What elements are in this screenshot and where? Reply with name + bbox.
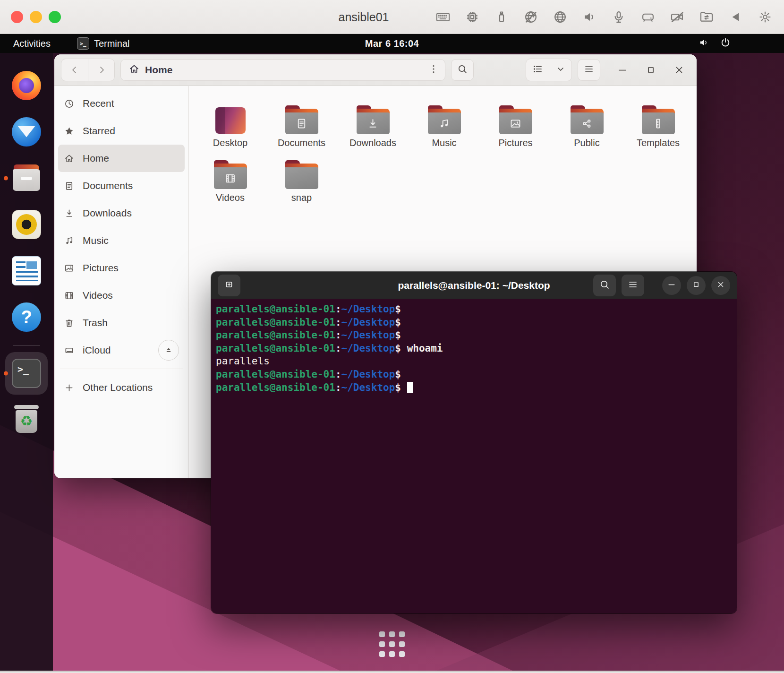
dock-item-rhythmbox[interactable] — [0, 210, 53, 239]
share-icon — [580, 117, 593, 130]
folder-music[interactable]: Music — [409, 95, 480, 150]
topbar-power-icon[interactable] — [720, 37, 731, 50]
folder-videos[interactable]: Videos — [195, 150, 266, 205]
folder-documents[interactable]: Documents — [266, 95, 337, 150]
network-off-icon — [523, 9, 538, 25]
folder-label: snap — [291, 192, 312, 203]
sidebar-item-label: Starred — [83, 125, 115, 137]
vm-network-off-button[interactable] — [523, 9, 538, 25]
running-indicator — [4, 176, 8, 181]
terminal-search-button[interactable] — [593, 275, 616, 296]
sidebar-item-home[interactable]: Home — [58, 145, 185, 172]
screen: ansible01 Activities >_ Terminal Mar 6 1… — [0, 0, 784, 673]
back-button[interactable] — [61, 59, 88, 81]
maximize-icon — [691, 280, 701, 289]
sidebar-item-trash[interactable]: Trash — [58, 309, 185, 336]
vm-globe-button[interactable] — [553, 9, 568, 25]
new-tab-button[interactable] — [218, 275, 240, 296]
dock-item-writer[interactable] — [0, 256, 53, 285]
main-menu-button[interactable] — [578, 59, 600, 81]
download-icon — [366, 117, 379, 130]
forward-button[interactable] — [88, 59, 114, 81]
dock-item-files[interactable] — [0, 164, 53, 193]
dock-item-show-applications[interactable] — [0, 631, 784, 657]
folder-label: Public — [574, 138, 599, 148]
eject-button[interactable] — [158, 340, 179, 361]
files-sidebar: Recent Starred Home Documents Downloads … — [54, 86, 189, 478]
dock-item-terminal[interactable]: >_ — [0, 359, 53, 388]
vm-microphone-button[interactable] — [611, 9, 626, 25]
topbar-volume-icon[interactable] — [698, 37, 709, 50]
path-bar[interactable]: Home — [120, 59, 445, 81]
sidebar-item-label: iCloud — [83, 345, 111, 356]
folder-templates[interactable]: Templates — [622, 95, 694, 150]
vm-gear-button[interactable] — [758, 9, 773, 25]
vm-camera-off-button[interactable] — [670, 9, 685, 25]
list-view-button[interactable] — [526, 59, 549, 81]
sidebar-item-label: Other Locations — [83, 382, 153, 393]
magnifier-icon — [457, 63, 468, 75]
vm-volume-button[interactable] — [582, 9, 597, 25]
home-icon — [128, 63, 140, 77]
sidebar-item-recent[interactable]: Recent — [58, 90, 185, 117]
folder-label: Templates — [637, 138, 680, 148]
folder-downloads[interactable]: Downloads — [337, 95, 409, 150]
film-icon — [64, 290, 75, 301]
gnome-top-bar: Activities >_ Terminal Mar 6 16:04 — [0, 34, 784, 53]
sidebar-item-music[interactable]: Music — [58, 227, 185, 254]
vm-play-left-button[interactable] — [728, 9, 743, 25]
terminal-icon: >_ — [12, 359, 41, 388]
drive-icon — [64, 345, 75, 356]
terminal-minimize-button[interactable] — [662, 276, 681, 295]
volume-icon — [582, 9, 597, 25]
dock-item-help[interactable]: ? — [0, 302, 53, 332]
close-icon — [716, 280, 725, 289]
vm-shared-folder-button[interactable] — [699, 9, 714, 25]
terminal-maximize-button[interactable] — [687, 276, 706, 295]
window-maximize-button[interactable] — [643, 62, 659, 78]
system-status-area[interactable] — [698, 37, 731, 50]
vm-usb-button[interactable] — [494, 9, 509, 25]
sidebar-item-other-locations[interactable]: Other Locations — [58, 374, 185, 401]
sidebar-item-documents[interactable]: Documents — [58, 172, 185, 199]
folder-grid: Desktop Documents Downloads Music Pictur… — [195, 95, 697, 205]
terminal-menu-button[interactable] — [622, 275, 644, 296]
terminal-output[interactable]: parallels@ansible-01:~/Desktop$parallels… — [211, 299, 737, 613]
sidebar-item-label: Downloads — [83, 207, 132, 219]
image-icon — [64, 263, 75, 274]
search-button[interactable] — [451, 59, 474, 81]
dock-item-firefox[interactable] — [0, 71, 53, 100]
sidebar-item-pictures[interactable]: Pictures — [58, 254, 185, 282]
folder-public[interactable]: Public — [551, 95, 622, 150]
terminal-prompt-line: parallels@ansible-01:~/Desktop$ — [216, 316, 732, 329]
window-close-button[interactable] — [671, 62, 687, 78]
location-menu-button[interactable] — [422, 60, 445, 80]
sidebar-item-starred[interactable]: Starred — [58, 117, 185, 145]
folder-pictures[interactable]: Pictures — [480, 95, 551, 150]
recent-icon — [64, 98, 75, 109]
terminal-close-button[interactable] — [711, 276, 730, 295]
view-options-dropdown[interactable] — [549, 59, 571, 81]
sidebar-item-label: Documents — [83, 180, 133, 191]
dock-item-thunderbird[interactable] — [0, 117, 53, 147]
sidebar-item-downloads[interactable]: Downloads — [58, 199, 185, 227]
vm-harddisk-button[interactable] — [640, 9, 656, 25]
window-minimize-button[interactable] — [614, 62, 631, 78]
terminal-prompt-line: parallels@ansible-01:~/Desktop$ — [216, 368, 732, 381]
folder-desktop[interactable]: Desktop — [195, 95, 266, 150]
vm-cpu-button[interactable] — [465, 9, 480, 25]
keyboard-icon — [435, 9, 451, 25]
play-left-icon — [728, 9, 743, 25]
vm-keyboard-button[interactable] — [435, 9, 451, 25]
view-toggle — [526, 59, 572, 81]
clock[interactable]: Mar 6 16:04 — [0, 38, 784, 49]
sidebar-item-icloud[interactable]: iCloud — [58, 336, 185, 364]
folder-icon — [214, 160, 247, 189]
sidebar-item-videos[interactable]: Videos — [58, 282, 185, 309]
dock-item-trash[interactable]: ♻ — [0, 405, 53, 434]
window-bottom-edge — [0, 671, 784, 673]
folder-snap[interactable]: snap — [266, 150, 337, 205]
thunderbird-icon — [12, 117, 41, 147]
folder-icon — [285, 105, 318, 134]
document-icon — [295, 117, 308, 130]
